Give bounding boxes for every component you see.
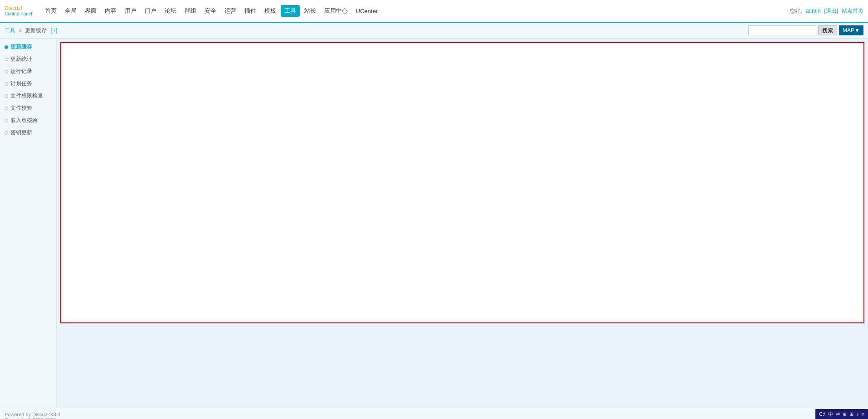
content-frame bbox=[60, 42, 864, 323]
search-area: 搜索 MAP▼ bbox=[748, 25, 863, 35]
logo: Discuz! Control Panel bbox=[5, 5, 32, 16]
breadcrumb-tool[interactable]: 工具 bbox=[5, 27, 15, 34]
sidebar-label: 密钥更新 bbox=[10, 129, 32, 136]
footer: Powered by Discuz! X3.4 Copyright © 2001… bbox=[0, 408, 868, 419]
nav-item-群组[interactable]: 群组 bbox=[181, 5, 200, 17]
breadcrumb-sep: » bbox=[19, 27, 22, 34]
breadcrumb: 工具 » 更新缓存 [+] bbox=[5, 27, 57, 34]
taskbar-icon1: ⇌ bbox=[836, 411, 840, 417]
sidebar-label: 文件权限检查 bbox=[10, 92, 43, 100]
sidebar-item-文件校验[interactable]: 文件校验 bbox=[0, 102, 56, 114]
nav-item-用户[interactable]: 用户 bbox=[121, 5, 140, 17]
taskbar: C:\ 中 ⇌ ⊕ ⊞ ♪ ≡ bbox=[815, 409, 868, 419]
sidebar-label: 更新统计 bbox=[10, 55, 32, 63]
content-area bbox=[57, 39, 868, 408]
logo-subtitle: Control Panel bbox=[5, 11, 32, 16]
sidebar-label: 运行记录 bbox=[10, 68, 32, 75]
breadcrumb-add[interactable]: [+] bbox=[51, 27, 58, 34]
logo-discuz: Discuz! bbox=[5, 5, 22, 11]
logout-link[interactable]: [退出] bbox=[824, 7, 838, 15]
taskbar-menu: ≡ bbox=[862, 411, 864, 417]
nav-item-安全[interactable]: 安全 bbox=[201, 5, 220, 17]
nav-item-工具[interactable]: 工具 bbox=[281, 5, 300, 17]
greeting-text: 您好, bbox=[790, 7, 802, 15]
sidebar-item-更新统计[interactable]: 更新统计 bbox=[0, 53, 56, 65]
sidebar-bullet bbox=[5, 58, 8, 61]
nav-item-应用中心[interactable]: 应用中心 bbox=[321, 5, 351, 17]
main-layout: 更新缓存更新统计运行记录计划任务文件权限检查文件校验嵌入点核验密钥更新 bbox=[0, 39, 868, 408]
taskbar-icon2: ⊕ bbox=[843, 411, 847, 417]
sidebar-bullet bbox=[5, 131, 8, 135]
footer-line1: Powered by Discuz! X3.4 bbox=[5, 412, 863, 417]
taskbar-lang: 中 bbox=[828, 411, 833, 418]
sidebar-item-嵌入点核验[interactable]: 嵌入点核验 bbox=[0, 114, 56, 127]
nav-item-内容[interactable]: 内容 bbox=[101, 5, 120, 17]
footer-line2: Copyright © 2001-2021 bbox=[5, 417, 863, 419]
sidebar-bullet bbox=[5, 82, 8, 86]
map-button[interactable]: MAP▼ bbox=[839, 25, 863, 35]
sidebar-bullet bbox=[5, 107, 8, 110]
sidebar-bullet bbox=[5, 119, 8, 122]
breadcrumb-current: 更新缓存 bbox=[25, 27, 47, 34]
sidebar-label: 更新缓存 bbox=[10, 43, 32, 51]
header-right: 您好,admin [退出] 站点首页 bbox=[790, 7, 863, 15]
sidebar-label: 嵌入点核验 bbox=[10, 117, 38, 124]
nav-item-运营[interactable]: 运营 bbox=[221, 5, 240, 17]
nav-item-门户[interactable]: 门户 bbox=[141, 5, 160, 17]
nav-item-首页[interactable]: 首页 bbox=[41, 5, 60, 17]
sidebar: 更新缓存更新统计运行记录计划任务文件权限检查文件校验嵌入点核验密钥更新 bbox=[0, 39, 57, 408]
sidebar-item-更新缓存[interactable]: 更新缓存 bbox=[0, 41, 56, 53]
nav-item-模板[interactable]: 模板 bbox=[261, 5, 280, 17]
taskbar-volume: ♪ bbox=[856, 411, 859, 417]
taskbar-cmd: C:\ bbox=[819, 411, 825, 417]
breadcrumb-bar: 工具 » 更新缓存 [+] 搜索 MAP▼ bbox=[0, 23, 868, 39]
site-home-link[interactable]: 站点首页 bbox=[842, 7, 863, 15]
sidebar-item-计划任务[interactable]: 计划任务 bbox=[0, 78, 56, 90]
sidebar-label: 计划任务 bbox=[10, 80, 32, 88]
sidebar-item-密钥更新[interactable]: 密钥更新 bbox=[0, 127, 56, 139]
nav-item-站长[interactable]: 站长 bbox=[301, 5, 320, 17]
nav-item-界面[interactable]: 界面 bbox=[81, 5, 100, 17]
nav-item-论坛[interactable]: 论坛 bbox=[161, 5, 180, 17]
search-button[interactable]: 搜索 bbox=[818, 25, 837, 35]
main-nav: 首页全局界面内容用户门户论坛群组安全运营插件模板工具站长应用中心UCenter bbox=[41, 5, 790, 17]
taskbar-icon3: ⊞ bbox=[849, 411, 853, 417]
nav-item-插件[interactable]: 插件 bbox=[241, 5, 260, 17]
sidebar-bullet bbox=[5, 94, 8, 98]
sidebar-bullet bbox=[5, 70, 8, 73]
logo-text: Discuz! bbox=[5, 5, 32, 11]
search-input[interactable] bbox=[748, 25, 816, 35]
username-link[interactable]: admin bbox=[806, 8, 821, 14]
sidebar-bullet bbox=[5, 45, 8, 49]
nav-item-全局[interactable]: 全局 bbox=[61, 5, 80, 17]
header: Discuz! Control Panel 首页全局界面内容用户门户论坛群组安全… bbox=[0, 0, 868, 23]
sidebar-item-运行记录[interactable]: 运行记录 bbox=[0, 65, 56, 78]
sidebar-item-文件权限检查[interactable]: 文件权限检查 bbox=[0, 90, 56, 102]
sidebar-label: 文件校验 bbox=[10, 104, 32, 112]
nav-item-UCenter[interactable]: UCenter bbox=[352, 6, 381, 16]
